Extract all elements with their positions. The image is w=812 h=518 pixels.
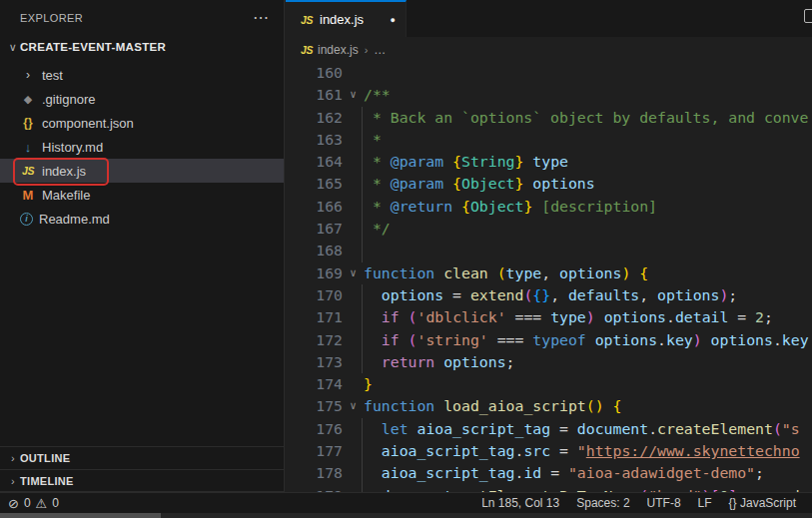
code-text (364, 240, 812, 261)
fold-chevron-icon[interactable]: ∨ (343, 395, 364, 417)
code-line[interactable]: 173 return options; (286, 351, 812, 373)
code-text: if ('dblclick' === type) options.detail … (364, 306, 812, 328)
code-line[interactable]: 172 if ('string' === typeof options.key)… (286, 329, 812, 351)
timeline-section[interactable]: › TIMELINE (0, 469, 284, 492)
fold-gutter (343, 196, 364, 218)
fold-gutter (343, 218, 364, 240)
horizontal-scrollbar (0, 513, 812, 518)
language-mode[interactable]: {} JavaScript (729, 496, 796, 510)
file-label: .gitignore (42, 92, 95, 107)
workspace-root-folder[interactable]: ∨ CREATE-EVENT-MASTER (0, 35, 284, 59)
sidebar-item-readme-md[interactable]: iReadme.md (0, 207, 284, 231)
warnings-count[interactable]: 0 (52, 496, 59, 510)
file-tree: ›test◆.gitignore{}component.json↓History… (0, 63, 284, 231)
code-line[interactable]: 161∨/** (286, 84, 812, 106)
code-line[interactable]: 174} (286, 373, 812, 395)
code-text: */ (364, 218, 812, 240)
info-circle-icon: i (20, 213, 33, 226)
file-label: test (42, 68, 63, 83)
modified-dot-icon[interactable]: ● (391, 15, 396, 25)
file-label: Makefile (42, 188, 90, 203)
tab-index-js[interactable]: JS index.js ● (286, 0, 406, 37)
code-line[interactable]: 170 options = extend({}, defaults, optio… (286, 284, 812, 306)
indent-guide (362, 107, 363, 262)
fold-gutter (343, 107, 364, 129)
code-line[interactable]: 178 aioa_script_tag.id = "aioa-adawidget… (286, 462, 812, 484)
code-line[interactable]: 176 let aioa_script_tag = document.creat… (286, 418, 812, 440)
line-number: 170 (286, 284, 343, 306)
code-text: aioa_script_tag.id = "aioa-adawidget-dem… (364, 462, 812, 484)
fold-gutter (343, 373, 364, 395)
code-text: /** (364, 84, 812, 106)
explorer-header: EXPLORER ⋯ (0, 0, 284, 35)
outline-section[interactable]: › OUTLINE (0, 446, 284, 469)
code-line[interactable]: 177 aioa_script_tag.src = "https://www.s… (286, 440, 812, 462)
scrollbar-thumb[interactable] (0, 513, 161, 518)
warnings-icon[interactable]: ⚠ (36, 496, 48, 511)
breadcrumb-file[interactable]: index.js (318, 43, 359, 57)
code-line[interactable]: 175∨function load_aioa_script() { (286, 395, 812, 417)
line-number: 165 (286, 173, 343, 195)
braces-icon: {} (729, 496, 737, 510)
code-lines: 160161∨/**162 * Back an `options` object… (286, 62, 812, 492)
fold-gutter (343, 462, 364, 484)
code-line[interactable]: 171 if ('dblclick' === type) options.det… (286, 306, 812, 328)
encoding[interactable]: UTF-8 (647, 496, 681, 510)
breadcrumb[interactable]: JS index.js › … (286, 37, 812, 62)
git-diamond-icon: ◆ (20, 93, 36, 106)
code-line[interactable]: 167 */ (286, 218, 812, 240)
explorer-more-actions-icon[interactable]: ⋯ (253, 13, 270, 23)
code-line[interactable]: 162 * Back an `options` object by defaul… (286, 107, 812, 129)
code-line[interactable]: 165 * @param {Object} options (286, 173, 812, 195)
errors-icon[interactable]: ⊘ (8, 496, 19, 511)
line-number: 176 (286, 418, 343, 440)
sidebar-item-index-js[interactable]: JSindex.js (0, 159, 284, 183)
indent-guide (362, 284, 363, 373)
indent-guide (362, 418, 363, 492)
fold-gutter (343, 151, 364, 173)
code-text: function load_aioa_script() { (364, 395, 812, 417)
fold-gutter (343, 485, 364, 492)
vscode-window: EXPLORER ⋯ ∨ CREATE-EVENT-MASTER ›test◆.… (0, 0, 812, 518)
code-line[interactable]: 164 * @param {String} type (286, 151, 812, 173)
file-label: Readme.md (39, 212, 110, 227)
errors-count[interactable]: 0 (24, 496, 31, 510)
line-number: 179 (286, 485, 343, 492)
code-line[interactable]: 168 (286, 240, 812, 261)
fold-gutter (343, 329, 364, 351)
code-line[interactable]: 160 (286, 62, 812, 84)
js-file-icon: JS (299, 14, 315, 26)
fold-gutter (343, 351, 364, 373)
chevron-right-icon: › (6, 475, 20, 487)
cursor-position[interactable]: Ln 185, Col 13 (481, 496, 559, 510)
line-number: 168 (286, 240, 343, 261)
code-line[interactable]: 179 document.getElementsByTagName("head"… (286, 485, 812, 492)
code-line[interactable]: 163 * (286, 129, 812, 151)
line-number: 178 (286, 462, 343, 484)
explorer-sidebar: EXPLORER ⋯ ∨ CREATE-EVENT-MASTER ›test◆.… (0, 0, 285, 492)
sidebar-item-test[interactable]: ›test (0, 63, 284, 87)
line-number: 162 (286, 107, 343, 129)
chevron-right-icon: › (365, 44, 369, 56)
chevron-right-icon: › (6, 452, 20, 464)
fold-chevron-icon[interactable]: ∨ (343, 84, 364, 106)
line-number: 172 (286, 329, 343, 351)
sidebar-item-makefile[interactable]: MMakefile (0, 183, 284, 207)
sidebar-item-history-md[interactable]: ↓History.md (0, 135, 284, 159)
indentation[interactable]: Spaces: 2 (576, 496, 629, 510)
js-file-icon: JS (300, 44, 314, 56)
sidebar-item--gitignore[interactable]: ◆.gitignore (0, 87, 284, 111)
fold-chevron-icon[interactable]: ∨ (343, 262, 364, 284)
code-text: * Back an `options` object by defaults, … (364, 107, 812, 129)
code-editor[interactable]: 160161∨/**162 * Back an `options` object… (286, 62, 812, 492)
breadcrumb-more[interactable]: … (374, 43, 386, 57)
split-editor-icon[interactable] (804, 9, 812, 23)
code-line[interactable]: 169∨function clean (type, options) { (286, 262, 812, 284)
eol-sequence[interactable]: LF (698, 496, 712, 510)
fold-gutter (343, 173, 364, 195)
fold-gutter (343, 284, 364, 306)
code-text: return options; (364, 351, 812, 373)
tab-strip: JS index.js ● (286, 0, 812, 37)
code-line[interactable]: 166 * @return {Object} [description] (286, 196, 812, 218)
sidebar-item-component-json[interactable]: {}component.json (0, 111, 284, 135)
